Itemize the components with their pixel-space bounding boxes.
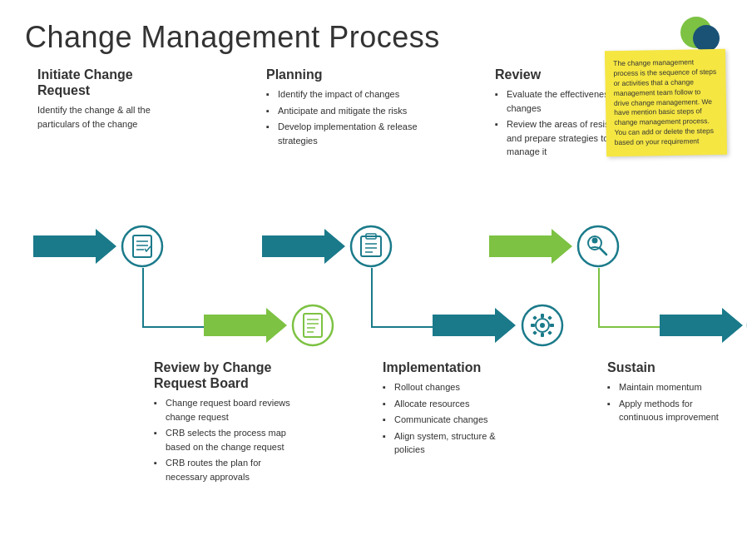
planning-text: Planning Identify the impact of changes … [266,67,420,150]
svg-point-25 [540,323,545,328]
review-board-text: Review by ChangeRequest Board Change req… [154,359,299,486]
review-board-bullets: Change request board reviews change requ… [154,396,299,483]
sustain-bullet-1: Maintain momentum [607,380,732,394]
arrow-5-container [489,229,572,267]
icon-1-circle [121,225,164,271]
svg-point-35 [578,226,618,266]
arrow-6-teal [660,308,743,343]
arrow-6-container [660,308,743,346]
svg-marker-15 [262,229,345,264]
svg-marker-8 [204,308,287,343]
connector-5-down [598,268,600,326]
page: Change Management Process The change man… [0,0,747,560]
icon-5-circle [576,225,620,271]
icon-3-circle [349,225,393,271]
svg-rect-29 [550,324,554,327]
review-icon [576,225,620,268]
svg-marker-22 [433,308,516,343]
sustain-title: Sustain [607,359,732,375]
arrow-2-container [204,308,287,346]
arrow-3-container [262,229,345,267]
arrow-2-green [204,308,287,343]
page-title: Change Management Process [25,20,440,55]
sustain-bullet-2: Apply methods for continuous improvement [607,397,732,424]
planning-icon [349,225,393,268]
implementation-text: Implementation Rollout changes Allocate … [383,359,516,459]
arrow-1-container [33,229,116,267]
arrow-4-teal [433,308,516,343]
impl-bullet-1: Rollout changes [383,380,516,394]
review-board-bullet-1: Change request board reviews change requ… [154,396,299,424]
planning-bullet-1: Identify the impact of changes [266,87,420,102]
svg-rect-28 [531,324,535,327]
implementation-bullets: Rollout changes Allocate resources Commu… [383,380,516,457]
impl-bullet-4: Align system, structure & policies [383,429,516,457]
sustain-bullets: Maintain momentum Apply methods for cont… [607,380,732,424]
implementation-icon [521,304,564,347]
impl-bullet-2: Allocate resources [383,397,516,411]
arrow-4-container [433,308,516,346]
planning-bullets: Identify the impact of changes Anticipat… [266,87,420,147]
planning-bullet-2: Anticipate and mitigate the risks [266,104,420,118]
connector-3-down [371,268,373,326]
initiate-body: Identify the change & all the particular… [37,103,171,131]
initiate-text: Initiate ChangeRequest Identify the chan… [37,67,171,131]
review-board-bullet-3: CRB routes the plan for necessary approv… [154,456,299,483]
svg-point-16 [351,226,391,266]
sticky-note: The change management process is the seq… [605,49,727,157]
svg-marker-39 [660,308,743,343]
connector-5-right [598,326,665,328]
initiate-title: Initiate ChangeRequest [37,67,171,98]
svg-point-3 [122,226,162,266]
review-board-title: Review by ChangeRequest Board [154,359,299,391]
connector-3-right [371,326,438,328]
arrow-5-green [489,229,572,264]
svg-marker-2 [33,229,116,264]
review-board-bullet-2: CRB selects the process map based on the… [154,426,299,453]
implementation-title: Implementation [383,359,516,375]
icon-4-circle [521,304,564,350]
svg-marker-34 [489,229,572,264]
icon-2-circle [291,304,334,350]
planning-title: Planning [266,67,420,82]
arrow-1-teal [33,229,116,264]
logo-dark-circle [693,25,720,52]
arrow-3-teal [262,229,345,264]
connector-1-down [142,268,144,326]
planning-bullet-3: Develop implementation & release strateg… [266,120,420,147]
connector-1-right [142,326,209,328]
initiate-icon [121,225,164,268]
review-board-icon [291,304,334,347]
impl-bullet-3: Communicate changes [383,413,516,427]
svg-point-37 [592,238,598,244]
sticky-text: The change management process is the seq… [613,57,716,146]
svg-rect-26 [541,314,544,318]
svg-rect-27 [541,333,544,337]
sustain-text: Sustain Maintain momentum Apply methods … [607,359,732,427]
svg-point-9 [293,305,333,345]
